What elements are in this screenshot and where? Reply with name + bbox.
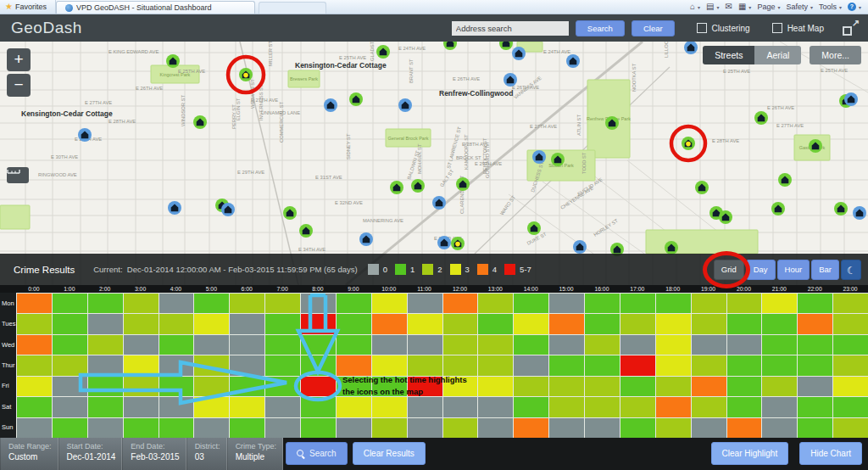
heatmap-cell[interactable] <box>123 417 159 438</box>
crime-icon-green[interactable] <box>809 139 822 153</box>
heatmap-cell[interactable] <box>16 396 52 417</box>
heatmap-cell[interactable] <box>52 293 87 313</box>
heatmap-cell[interactable] <box>336 355 371 375</box>
zoom-out-button[interactable]: − <box>7 74 31 97</box>
zoom-in-button[interactable]: + <box>7 48 31 71</box>
favorites-button[interactable]: ★ Favorites <box>0 0 56 14</box>
crime-icon-green[interactable] <box>754 111 768 125</box>
heatmap-cell[interactable] <box>620 334 655 355</box>
crime-icon-green[interactable] <box>695 181 709 194</box>
heatmap-cell[interactable] <box>16 376 52 396</box>
hide-chart-button[interactable]: Hide Chart <box>799 442 862 465</box>
heatmap-cell[interactable] <box>584 293 620 313</box>
crime-icon-blue[interactable] <box>844 92 858 106</box>
basemap-aerial-button[interactable]: Aerial <box>754 46 801 64</box>
heatmap-cell[interactable] <box>123 313 159 333</box>
heatmap-cell[interactable] <box>52 313 87 333</box>
query-field-district[interactable]: District:03 <box>186 438 227 470</box>
heatmap-cell[interactable] <box>16 417 52 438</box>
heatmap-cell[interactable] <box>513 334 548 355</box>
crime-icon-green[interactable] <box>376 45 390 59</box>
crime-icon-blue[interactable] <box>432 196 446 210</box>
heatmap-cell[interactable] <box>442 376 478 396</box>
heatmap-cell[interactable] <box>691 376 726 396</box>
heatmap-grid[interactable]: MonTuesWedThurFriSatSun <box>0 293 868 438</box>
heatmap-cell[interactable] <box>620 376 655 396</box>
view-hour-button[interactable]: Hour <box>777 260 810 280</box>
heatmap-cell[interactable] <box>371 293 407 313</box>
heatmap-cell[interactable] <box>52 334 87 355</box>
heatmap-cell[interactable] <box>797 313 832 333</box>
heatmap-cell[interactable] <box>691 355 726 375</box>
heatmap-cell[interactable] <box>477 417 513 438</box>
heatmap-cell[interactable] <box>159 355 194 375</box>
view-bar-button[interactable]: Bar <box>811 260 839 280</box>
view-grid-button[interactable]: Grid <box>714 260 744 280</box>
heatmap-cell[interactable] <box>123 334 159 355</box>
heatmap-cell[interactable] <box>300 417 336 438</box>
heatmap-cell[interactable] <box>371 334 407 355</box>
heatmap-cell[interactable] <box>407 293 442 313</box>
heatmap-cell[interactable] <box>159 293 194 313</box>
clear-results-button[interactable]: Clear Results <box>353 442 426 465</box>
feed-icon[interactable]: ▤ <box>706 3 714 11</box>
query-field-startdate[interactable]: Start Date:Dec-01-2014 <box>58 438 123 470</box>
heatmap-cell[interactable] <box>159 396 194 417</box>
heatmap-cell[interactable] <box>87 293 123 313</box>
heatmap-cell[interactable] <box>655 417 691 438</box>
help-icon[interactable]: ? <box>848 3 856 11</box>
heatmap-cell[interactable] <box>513 355 548 375</box>
crime-icon-blue[interactable] <box>532 150 546 164</box>
crime-icon-highlighted[interactable] <box>239 68 253 81</box>
page-menu[interactable]: Page <box>757 3 775 11</box>
crime-icon-green[interactable] <box>771 202 785 215</box>
crime-icon-highlighted[interactable] <box>682 137 695 150</box>
heatmap-cell[interactable] <box>761 376 797 396</box>
heatmap-cell[interactable] <box>761 355 797 375</box>
crime-icon-green[interactable] <box>605 116 619 130</box>
heatmap-cell[interactable] <box>513 376 548 396</box>
heatmap-cell[interactable] <box>16 293 52 313</box>
heatmap-cell[interactable] <box>407 355 442 375</box>
crime-icon-green[interactable] <box>834 202 848 215</box>
heatmap-cell[interactable] <box>264 293 300 313</box>
heatmap-cell[interactable] <box>123 376 159 396</box>
heatmap-cell[interactable] <box>691 313 726 333</box>
heatmap-cell[interactable] <box>513 396 548 417</box>
crime-icon-blue[interactable] <box>221 203 235 216</box>
heatmap-cell[interactable] <box>832 376 868 396</box>
heatmap-cell[interactable] <box>87 355 123 375</box>
crime-icon-blue[interactable] <box>437 236 451 249</box>
crime-icon-green[interactable] <box>166 54 180 68</box>
basemap-streets-button[interactable]: Streets <box>703 46 754 64</box>
heatmap-cell[interactable] <box>477 293 513 313</box>
heatmap-cell[interactable] <box>620 396 655 417</box>
heatmap-cell[interactable] <box>477 396 513 417</box>
heatmap-cell[interactable] <box>548 417 584 438</box>
heatmap-cell[interactable] <box>159 417 194 438</box>
heatmap-cell[interactable] <box>371 355 407 375</box>
heatmap-cell[interactable] <box>797 334 832 355</box>
heatmap-cell[interactable] <box>513 417 548 438</box>
heatmap-cell[interactable] <box>797 396 832 417</box>
heatmap-cell[interactable] <box>691 334 726 355</box>
heatmap-cell[interactable] <box>123 396 159 417</box>
heatmap-cell[interactable] <box>620 417 655 438</box>
heatmap-cell[interactable] <box>691 293 726 313</box>
heatmap-cell[interactable] <box>442 293 478 313</box>
heatmap-cell[interactable] <box>159 313 194 333</box>
heatmap-cell[interactable] <box>691 396 726 417</box>
heatmap-cell[interactable] <box>336 376 371 396</box>
heatmap-cell[interactable] <box>477 376 513 396</box>
heatmap-cell[interactable] <box>691 417 726 438</box>
heatmap-cell[interactable] <box>726 355 762 375</box>
heatmap-cell[interactable] <box>513 293 548 313</box>
crime-icon-green[interactable] <box>283 206 297 220</box>
tools-menu[interactable]: Tools <box>819 3 837 11</box>
crime-icon-blue[interactable] <box>359 232 373 246</box>
heatmap-cell[interactable] <box>229 334 264 355</box>
heatmap-cell[interactable] <box>584 417 620 438</box>
heatmap-cell[interactable] <box>584 396 620 417</box>
heatmap-cell[interactable] <box>407 334 442 355</box>
heatmap-cell[interactable] <box>407 376 442 396</box>
